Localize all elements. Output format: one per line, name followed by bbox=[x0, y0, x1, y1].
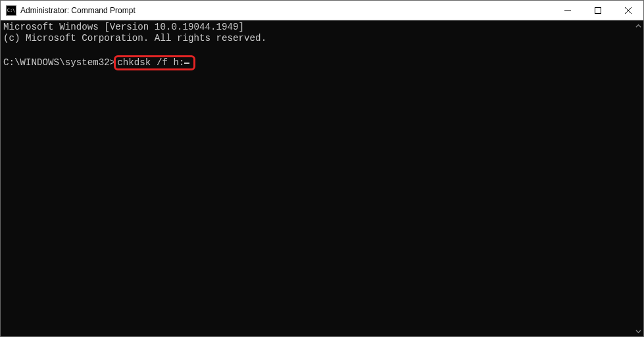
titlebar[interactable]: C:\ Administrator: Command Prompt bbox=[1, 1, 643, 20]
minimize-button[interactable] bbox=[553, 1, 583, 20]
command-highlight: chkdsk /f h: bbox=[114, 55, 195, 70]
window-title: Administrator: Command Prompt bbox=[20, 6, 553, 15]
scroll-down-arrow[interactable] bbox=[633, 326, 643, 336]
cmd-icon-text: C:\ bbox=[7, 8, 16, 13]
svg-rect-1 bbox=[595, 7, 601, 13]
window-controls bbox=[553, 1, 643, 20]
console-line: Microsoft Windows [Version 10.0.19044.19… bbox=[3, 22, 244, 32]
cmd-window: C:\ Administrator: Command Prompt Micros… bbox=[0, 0, 644, 337]
maximize-button[interactable] bbox=[583, 1, 613, 20]
console-output[interactable]: Microsoft Windows [Version 10.0.19044.19… bbox=[1, 20, 633, 336]
cmd-icon: C:\ bbox=[6, 5, 16, 16]
text-cursor bbox=[184, 63, 189, 64]
scroll-up-arrow[interactable] bbox=[633, 20, 643, 31]
console-line: (c) Microsoft Corporation. All rights re… bbox=[3, 33, 266, 43]
console-area: Microsoft Windows [Version 10.0.19044.19… bbox=[1, 20, 643, 336]
typed-command: chkdsk /f h: bbox=[117, 57, 184, 68]
prompt: C:\WINDOWS\system32> bbox=[3, 57, 115, 68]
vertical-scrollbar[interactable] bbox=[633, 20, 643, 336]
close-button[interactable] bbox=[613, 1, 643, 20]
